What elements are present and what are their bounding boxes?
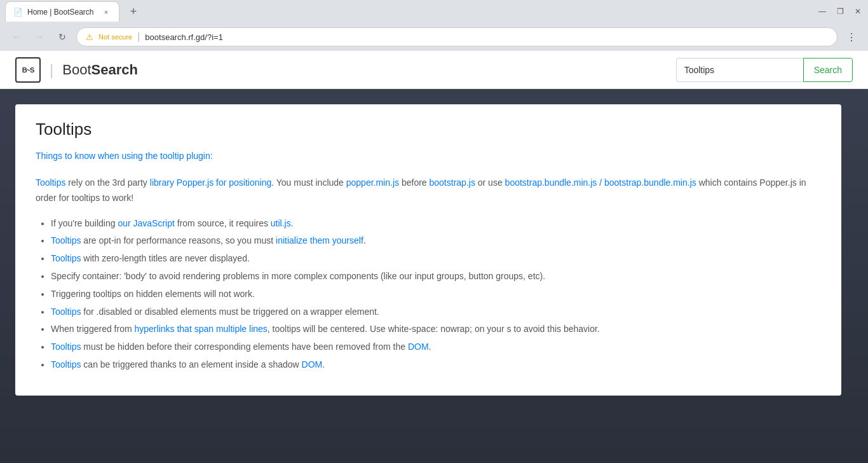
search-button[interactable]: Search: [803, 58, 853, 82]
new-tab-button[interactable]: +: [125, 3, 142, 20]
not-secure-label: Not secure: [98, 33, 132, 41]
bootstrapjs-link[interactable]: bootstrap.js: [430, 177, 475, 188]
browser-chrome: 📄 Home | BootSearch × + — ❐ ✕ ← → ↻ ⚠ No…: [0, 0, 868, 51]
tooltips-link-6[interactable]: Tooltips: [51, 359, 81, 370]
tooltips-link-5[interactable]: Tooltips: [51, 342, 81, 352]
tooltips-link-1[interactable]: Tooltips: [36, 177, 65, 188]
our-js-link[interactable]: our JavaScript: [118, 218, 174, 228]
list-item: Tooltips are opt-in for performance reas…: [51, 233, 821, 249]
address-bar[interactable]: ⚠ Not secure | bootsearch.rf.gd/?i=1: [76, 27, 837, 46]
address-separator: |: [137, 31, 140, 43]
back-button[interactable]: ←: [8, 28, 25, 46]
maximize-button[interactable]: ❐: [835, 6, 845, 17]
bundle-link[interactable]: bootstrap.bundle.min.js / bootstrap.bund…: [505, 177, 696, 188]
list-item: When triggered from hyperlinks that span…: [51, 322, 821, 337]
brand-name: BootSearch: [62, 62, 138, 78]
tab-title: Home | BootSearch: [27, 8, 96, 17]
list-item: Triggering tooltips on hidden elements w…: [51, 287, 821, 302]
first-paragraph: Tooltips rely on the 3rd party library P…: [36, 176, 821, 206]
navbar: B~S | BootSearch Search: [0, 51, 868, 89]
tooltips-link-4[interactable]: Tooltips: [51, 307, 81, 317]
utiljs-link[interactable]: util.js: [271, 218, 291, 228]
brand: B~S | BootSearch: [15, 57, 138, 83]
tooltips-link-3[interactable]: Tooltips: [51, 253, 81, 263]
minimize-button[interactable]: —: [817, 6, 827, 17]
list-item: If you're building our JavaScript from s…: [51, 216, 821, 232]
close-window-button[interactable]: ✕: [853, 6, 863, 17]
brand-separator: |: [50, 61, 53, 79]
browser-menu-button[interactable]: ⋮: [843, 28, 860, 46]
search-input[interactable]: [676, 58, 803, 82]
list-item: Tooltips with zero-length titles are nev…: [51, 251, 821, 266]
list-item: Tooltips for .disabled or disabled eleme…: [51, 305, 821, 320]
main-content: Tooltips Things to know when using the t…: [0, 89, 868, 463]
address-bar-row: ← → ↻ ⚠ Not secure | bootsearch.rf.gd/?i…: [0, 23, 868, 51]
library-link[interactable]: library: [150, 177, 174, 188]
window-controls: — ❐ ✕: [817, 6, 863, 17]
browser-tab[interactable]: 📄 Home | BootSearch ×: [5, 1, 119, 22]
reload-button[interactable]: ↻: [53, 28, 71, 46]
tooltips-link-2[interactable]: Tooltips: [51, 235, 81, 245]
forward-button[interactable]: →: [31, 28, 48, 46]
intro-text: Things to know when using the tooltip pl…: [36, 149, 821, 163]
tab-close-button[interactable]: ×: [101, 7, 111, 17]
navbar-search: Search: [676, 58, 853, 82]
page-title: Tooltips: [36, 120, 821, 139]
page-background: B~S | BootSearch Search Tooltips Things …: [0, 51, 868, 463]
tab-favicon-icon: 📄: [13, 8, 22, 17]
initialize-link[interactable]: initialize them yourself: [276, 235, 363, 245]
security-warning-icon: ⚠: [86, 32, 93, 42]
popperjs-link[interactable]: Popper.js for positioning: [177, 177, 271, 188]
content-card: Tooltips Things to know when using the t…: [15, 104, 841, 396]
brand-logo: B~S: [15, 57, 41, 83]
title-bar: 📄 Home | BootSearch × + — ❐ ✕: [0, 0, 868, 23]
list-item: Tooltips must be hidden before their cor…: [51, 340, 821, 355]
hyperlinks-link[interactable]: hyperlinks that span multiple lines: [135, 324, 268, 334]
list-item: Specify container: 'body' to avoid rende…: [51, 269, 821, 284]
dom-link-1[interactable]: DOM: [408, 342, 429, 352]
url-text: bootsearch.rf.gd/?i=1: [145, 32, 223, 42]
bullet-list: If you're building our JavaScript from s…: [36, 216, 821, 373]
dom-link-2[interactable]: DOM: [302, 359, 323, 370]
popperminjs-link[interactable]: popper.min.js: [346, 177, 399, 188]
list-item: Tooltips can be triggered thanks to an e…: [51, 357, 821, 373]
